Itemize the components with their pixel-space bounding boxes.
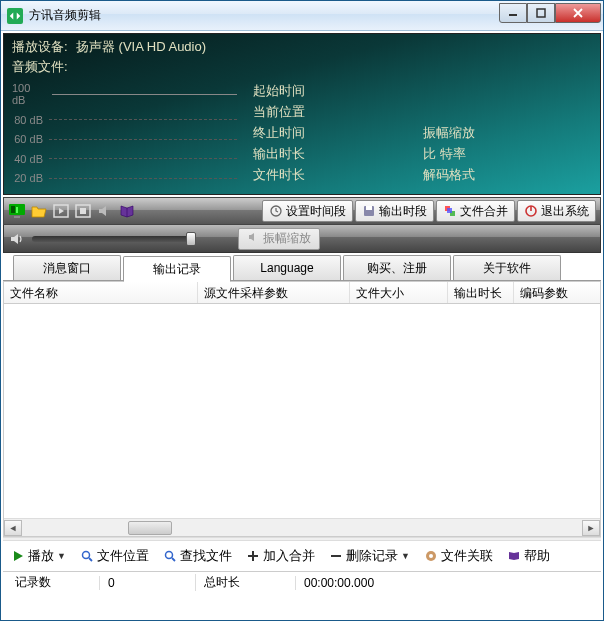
main-toolbar: 设置时间段 输出时段 文件合并 退出系统	[3, 197, 601, 225]
separator	[3, 537, 601, 541]
svg-rect-3	[11, 206, 15, 213]
total-dur-value: 00:00:00.000	[295, 576, 597, 590]
col-filename[interactable]: 文件名称	[4, 282, 198, 303]
device-value: 扬声器 (VIA HD Audio)	[76, 38, 206, 56]
close-button[interactable]	[555, 3, 601, 23]
volume-slider[interactable]	[32, 236, 196, 242]
open-folder-icon[interactable]	[30, 202, 48, 220]
search-icon	[80, 549, 94, 563]
start-time-label: 起始时间	[253, 82, 423, 100]
end-time-label: 终止时间	[253, 124, 423, 142]
speaker-icon[interactable]	[8, 230, 26, 248]
bitrate-label: 比 特率	[423, 145, 466, 163]
volume-row: 振幅缩放	[3, 225, 601, 253]
minimize-button[interactable]	[499, 3, 527, 23]
file-location-button[interactable]: 文件位置	[76, 545, 153, 567]
help-icon	[507, 549, 521, 563]
merge-icon	[443, 204, 457, 218]
svg-rect-5	[14, 216, 20, 218]
svg-rect-8	[80, 208, 86, 214]
statusbar: 记录数 0 总时长 00:00:00.000	[3, 571, 601, 593]
chevron-down-icon-2: ▼	[401, 551, 410, 561]
save-icon	[362, 204, 376, 218]
col-encode-params[interactable]: 编码参数	[514, 282, 600, 303]
svg-rect-15	[447, 208, 452, 213]
exit-label: 退出系统	[541, 203, 589, 220]
amp-scale-label: 振幅缩放	[423, 124, 475, 142]
tab-about[interactable]: 关于软件	[453, 255, 561, 280]
audio-file-label: 音频文件:	[12, 59, 68, 74]
help-button[interactable]: 帮助	[503, 545, 554, 567]
svg-point-20	[165, 552, 172, 559]
monitor-icon[interactable]	[8, 202, 26, 220]
db-label-40: 40 dB	[14, 153, 43, 165]
tab-language[interactable]: Language	[233, 255, 341, 280]
svg-line-19	[89, 558, 92, 561]
col-out-dur[interactable]: 输出时长	[448, 282, 514, 303]
db-label-100: 100 dB	[12, 82, 46, 106]
svg-line-21	[172, 558, 175, 561]
app-icon	[7, 8, 23, 24]
clock-icon	[269, 204, 283, 218]
play-button[interactable]: 播放 ▼	[7, 545, 70, 567]
exit-button[interactable]: 退出系统	[517, 200, 596, 222]
amp-scale-btn-label: 振幅缩放	[263, 230, 311, 247]
svg-rect-1	[537, 9, 545, 17]
power-icon	[524, 204, 538, 218]
col-filesize[interactable]: 文件大小	[350, 282, 448, 303]
device-row: 播放设备: 扬声器 (VIA HD Audio)	[12, 38, 592, 56]
col-source-params[interactable]: 源文件采样参数	[198, 282, 350, 303]
scrollbar-thumb[interactable]	[128, 521, 172, 535]
output-period-label: 输出时段	[379, 203, 427, 220]
horizontal-scrollbar[interactable]: ◄ ►	[4, 518, 600, 536]
output-table: 文件名称 源文件采样参数 文件大小 输出时长 编码参数 ◄ ►	[3, 281, 601, 537]
svg-rect-0	[509, 14, 517, 16]
device-label: 播放设备:	[12, 38, 76, 56]
info-panel: 播放设备: 扬声器 (VIA HD Audio) 音频文件: 100 dB 80…	[3, 33, 601, 195]
play-box-icon[interactable]	[52, 202, 70, 220]
amp-scale-button[interactable]: 振幅缩放	[238, 228, 320, 250]
merge-label: 文件合并	[460, 203, 508, 220]
bottom-toolbar: 播放 ▼ 文件位置 查找文件 加入合并 删除记录 ▼ 文件关联 帮助	[3, 543, 601, 569]
speaker-small-icon	[247, 231, 259, 246]
audio-file-row: 音频文件:	[12, 58, 592, 76]
table-body[interactable]	[4, 304, 600, 518]
slider-thumb[interactable]	[186, 232, 196, 246]
window-title: 方讯音频剪辑	[29, 7, 499, 24]
decode-fmt-label: 解码格式	[423, 166, 475, 184]
tab-output[interactable]: 输出记录	[123, 256, 231, 282]
svg-point-18	[82, 552, 89, 559]
find-file-button[interactable]: 查找文件	[159, 545, 236, 567]
file-assoc-button[interactable]: 文件关联	[420, 545, 497, 567]
delete-record-button[interactable]: 删除记录 ▼	[325, 545, 414, 567]
scroll-right-arrow[interactable]: ►	[582, 520, 600, 536]
file-dur-label: 文件时长	[253, 166, 423, 184]
add-merge-button[interactable]: 加入合并	[242, 545, 319, 567]
volume-icon[interactable]	[96, 202, 114, 220]
time-info: 起始时间 当前位置 终止时间振幅缩放 输出时长比 特率 文件时长解码格式	[237, 78, 592, 188]
app-window: 方讯音频剪辑 播放设备: 扬声器 (VIA HD Audio) 音频文件: 10…	[0, 0, 604, 621]
tab-message[interactable]: 消息窗口	[13, 255, 121, 280]
maximize-button[interactable]	[527, 3, 555, 23]
output-dur-label: 输出时长	[253, 145, 423, 163]
tab-buy[interactable]: 购买、注册	[343, 255, 451, 280]
chevron-down-icon: ▼	[57, 551, 66, 561]
svg-point-24	[429, 554, 433, 558]
play-icon	[11, 549, 25, 563]
set-period-button[interactable]: 设置时间段	[262, 200, 353, 222]
db-label-20: 20 dB	[14, 172, 43, 184]
output-period-button[interactable]: 输出时段	[355, 200, 434, 222]
stop-box-icon[interactable]	[74, 202, 92, 220]
plus-icon	[246, 549, 260, 563]
graph-area: 100 dB 80 dB 60 dB 40 dB 20 dB 起始时间 当前位置…	[12, 78, 592, 188]
record-count-label: 记录数	[7, 574, 99, 591]
gear-icon	[424, 549, 438, 563]
record-count-value: 0	[99, 576, 195, 590]
db-label-60: 60 dB	[14, 133, 43, 145]
total-dur-label: 总时长	[195, 574, 295, 591]
book-icon[interactable]	[118, 202, 136, 220]
current-pos-label: 当前位置	[253, 103, 423, 121]
scroll-left-arrow[interactable]: ◄	[4, 520, 22, 536]
table-header: 文件名称 源文件采样参数 文件大小 输出时长 编码参数	[4, 282, 600, 304]
merge-button[interactable]: 文件合并	[436, 200, 515, 222]
